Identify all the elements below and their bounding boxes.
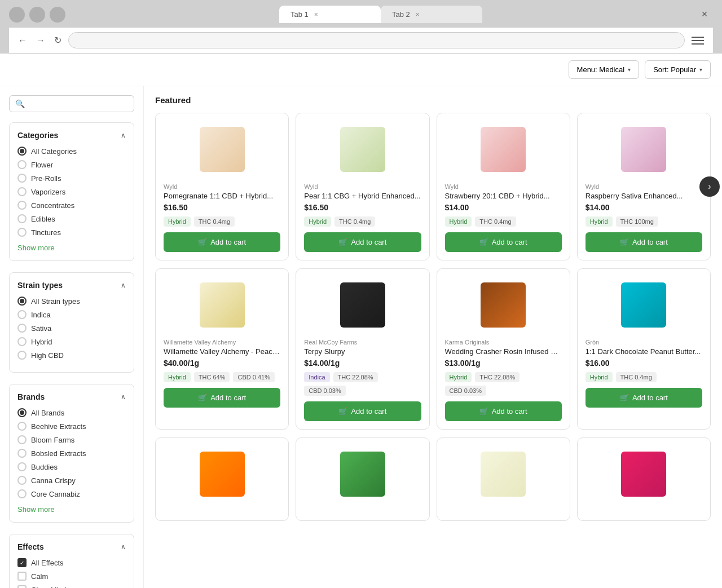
product-card-strawberry[interactable]: Wyld Strawberry 20:1 CBD + Hybrid... $14… [437,113,570,260]
category-vaporizers-radio[interactable] [17,187,27,196]
brand-bloom-radio[interactable] [17,435,27,444]
category-tinctures-radio[interactable] [17,228,27,237]
effect-clear-mind[interactable]: Clear Mind [17,585,126,588]
brand-bobsled[interactable]: Bobsled Extracts [17,449,126,458]
category-all[interactable]: All Categories [17,147,126,156]
strain-indica[interactable]: Indica [17,310,126,319]
add-to-cart-button-3[interactable]: 🛒 Add to cart [445,232,562,252]
category-vaporizers[interactable]: Vaporizers [17,187,126,196]
product-card-pomegranate[interactable]: Wyld Pomegranate 1:1 CBD + Hybrid... $16… [155,113,289,260]
effect-all[interactable]: All Effects [17,558,126,567]
add-to-cart-button-2[interactable]: 🛒 Add to cart [304,232,421,252]
brand-buddies-radio[interactable] [17,462,27,471]
brand-canna-crispy-radio[interactable] [17,476,27,485]
add-to-cart-button-7[interactable]: 🛒 Add to cart [445,401,562,421]
browser-tab-2[interactable]: Tab 2 × [381,6,482,23]
product-brand-5: Willamette Valley Alchemy [164,339,280,346]
brands-header[interactable]: Brands ∧ [17,392,126,401]
strain-all-label: All Strain types [31,297,80,306]
strain-highcbd-radio[interactable] [17,351,27,360]
brand-all-radio[interactable] [17,408,27,417]
product-card-pear[interactable]: Wyld Pear 1:1 CBG + Hybrid Enhanced... $… [296,113,429,260]
brand-all[interactable]: All Brands [17,408,126,417]
category-prerolls[interactable]: Pre-Rolls [17,174,126,183]
product-brand-6: Real McCoy Farms [304,339,421,346]
url-bar[interactable] [68,32,685,48]
category-prerolls-radio[interactable] [17,174,27,183]
menu-dropdown[interactable]: Menu: Medical ▾ [569,60,640,79]
category-concentrates-radio[interactable] [17,201,27,210]
brand-beehive[interactable]: Beehive Extracts [17,422,126,431]
effect-calm[interactable]: Calm [17,572,126,581]
brand-all-label: All Brands [31,409,64,417]
brands-show-more[interactable]: Show more [17,505,55,514]
brand-core-cannabiz[interactable]: Core Cannabiz [17,489,126,498]
strain-hybrid[interactable]: Hybrid [17,337,126,346]
brand-canna-crispy-label: Canna Crispy [31,476,76,485]
brand-bobsled-radio[interactable] [17,449,27,458]
strain-types-header[interactable]: Strain types ∧ [17,281,126,290]
back-button[interactable]: ← [16,33,29,48]
tab-close-2[interactable]: × [416,11,420,19]
brand-canna-crispy[interactable]: Canna Crispy [17,476,126,485]
category-vaporizers-label: Vaporizers [31,188,65,196]
sort-dropdown[interactable]: Sort: Popular ▾ [645,60,711,79]
effects-header[interactable]: Effects ∧ [17,542,126,551]
add-to-cart-button-8[interactable]: 🛒 Add to cart [585,388,702,408]
cart-icon-1: 🛒 [198,238,207,246]
product-name-4: Raspberry Sativa Enhanced... [585,192,702,200]
strain-highcbd[interactable]: High CBD [17,351,126,360]
product-card-realmccoy[interactable]: Real McCoy Farms Terpy Slurpy $14.00/1g … [296,268,429,430]
product-card-karma[interactable]: Karma Originals Wedding Crasher Rosin In… [437,268,570,430]
strain-sativa-radio[interactable] [17,324,27,333]
product-badges-4: Hybrid THC 100mg [585,216,702,227]
badge-thc-6: THC 22.08% [333,372,378,382]
tab-close-1[interactable]: × [314,11,318,19]
brand-core-cannabiz-radio[interactable] [17,489,27,498]
strain-indica-radio[interactable] [17,310,27,319]
add-to-cart-label-5: Add to cart [210,394,246,402]
add-to-cart-button-1[interactable]: 🛒 Add to cart [164,232,280,252]
brand-buddies[interactable]: Buddies [17,462,126,471]
category-flower-radio[interactable] [17,160,27,169]
product-card-pips-orange[interactable] [155,437,289,521]
brand-bloom[interactable]: Bloom Farms [17,435,126,444]
strain-sativa[interactable]: Sativa [17,324,126,333]
category-all-radio[interactable] [17,147,27,156]
add-to-cart-label-6: Add to cart [351,407,386,415]
product-card-rso[interactable] [296,437,429,521]
category-edibles-radio[interactable] [17,214,27,223]
effects-section: Effects ∧ All Effects Calm Clear Mind [9,534,134,588]
product-card-gron[interactable]: Grön 1:1 Dark Chocolate Peanut Butter...… [577,268,711,430]
categories-show-more[interactable]: Show more [17,244,55,252]
strain-hybrid-radio[interactable] [17,337,27,346]
browser-menu-icon[interactable] [689,34,706,47]
product-card-raspberry[interactable]: Wyld Raspberry Sativa Enhanced... $14.00… [577,113,711,260]
add-to-cart-button-6[interactable]: 🛒 Add to cart [304,401,421,421]
add-to-cart-button-4[interactable]: 🛒 Add to cart [585,232,702,252]
effects-title: Effects [17,542,44,551]
strain-all-radio[interactable] [17,297,27,306]
category-tinctures[interactable]: Tinctures [17,228,126,237]
product-image-gron [621,282,666,328]
next-button-row1[interactable]: › [699,176,720,197]
brand-beehive-radio[interactable] [17,422,27,431]
strain-all[interactable]: All Strain types [17,297,126,306]
product-name-2: Pear 1:1 CBG + Hybrid Enhanced... [304,192,421,200]
effect-calm-checkbox[interactable] [17,572,27,581]
category-flower[interactable]: Flower [17,160,126,169]
search-input[interactable] [28,100,128,108]
category-concentrates[interactable]: Concentrates [17,201,126,210]
window-close-button[interactable]: × [696,6,713,23]
reload-button[interactable]: ↻ [52,33,64,48]
effect-all-checkbox[interactable] [17,558,27,567]
add-to-cart-button-5[interactable]: 🛒 Add to cart [164,388,280,408]
product-card-wva[interactable]: Willamette Valley Alchemy Willamette Val… [155,268,289,430]
product-card-gron-pink[interactable] [577,437,711,521]
category-edibles[interactable]: Edibles [17,214,126,223]
categories-header[interactable]: Categories ∧ [17,131,126,140]
browser-tab-1[interactable]: Tab 1 × [279,6,381,23]
product-card-concentrate[interactable] [437,437,570,521]
effect-clear-mind-checkbox[interactable] [17,585,27,588]
forward-button[interactable]: → [34,33,47,48]
